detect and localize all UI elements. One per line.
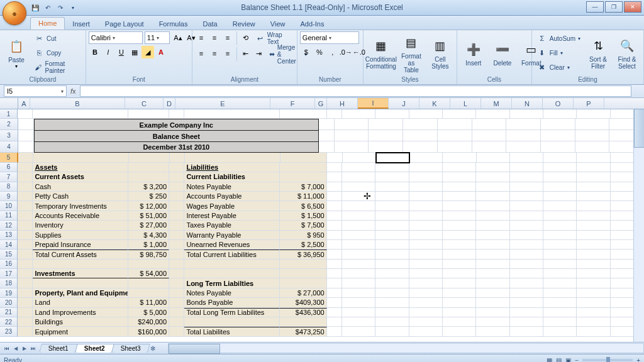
- cell-K15[interactable]: [443, 250, 476, 259]
- cell-A5[interactable]: [18, 153, 33, 162]
- column-header-P[interactable]: P: [574, 98, 604, 109]
- cell-F21[interactable]: $436,300: [280, 308, 327, 317]
- undo-icon[interactable]: ↶: [43, 3, 53, 13]
- cell-M14[interactable]: [510, 240, 543, 250]
- cell-N7[interactable]: [543, 172, 577, 182]
- cell-G5[interactable]: [327, 153, 342, 162]
- inc-decimal-icon[interactable]: .0→: [340, 46, 352, 58]
- cell-O15[interactable]: [577, 250, 610, 259]
- row-header-5[interactable]: 5: [0, 153, 18, 162]
- zoom-in-icon[interactable]: +: [636, 357, 640, 363]
- cell-G22[interactable]: [327, 317, 342, 327]
- cell-A10[interactable]: [18, 201, 33, 211]
- cell-G1[interactable]: [327, 109, 342, 119]
- cell-N12[interactable]: [543, 221, 577, 230]
- cell-H12[interactable]: [342, 221, 375, 230]
- insert-cells-button[interactable]: ➕Insert: [460, 31, 487, 75]
- cell-G13[interactable]: [327, 231, 342, 240]
- tab-nav-next-icon[interactable]: ▶: [20, 344, 29, 353]
- cell-J9[interactable]: [409, 192, 443, 201]
- cell-M12[interactable]: [510, 221, 543, 230]
- cell-I7[interactable]: [375, 172, 409, 182]
- cell-G21[interactable]: [327, 308, 342, 317]
- row-header-11[interactable]: 11: [0, 211, 18, 221]
- row-header-17[interactable]: 17: [0, 269, 18, 278]
- cell-N17[interactable]: [543, 269, 577, 278]
- cell-O4[interactable]: [575, 141, 610, 153]
- cell-J21[interactable]: [409, 308, 443, 317]
- cell-I5[interactable]: [376, 153, 409, 162]
- cell-M22[interactable]: [510, 317, 543, 327]
- cell-I1[interactable]: [375, 109, 409, 119]
- underline-icon[interactable]: U: [115, 46, 128, 58]
- cell-H23[interactable]: [342, 327, 375, 336]
- cell-I6[interactable]: [375, 163, 409, 172]
- cell-J7[interactable]: [409, 172, 443, 182]
- cell-O17[interactable]: [577, 269, 610, 278]
- cell-B15[interactable]: Total Current Assets: [33, 250, 128, 259]
- cell-N8[interactable]: [543, 182, 577, 192]
- cell-M11[interactable]: [510, 211, 543, 221]
- row-header-3[interactable]: 3: [0, 130, 18, 141]
- cell-N21[interactable]: [543, 308, 577, 317]
- cell-I12[interactable]: [375, 221, 409, 230]
- cell-D20[interactable]: [169, 298, 184, 307]
- close-button[interactable]: ✕: [624, 1, 641, 13]
- cell-E1[interactable]: [184, 109, 280, 119]
- maximize-button[interactable]: ❐: [605, 1, 623, 13]
- cell-I13[interactable]: [375, 231, 409, 240]
- cell-K1[interactable]: [443, 109, 476, 119]
- sheet-tab-sheet1[interactable]: Sheet1: [39, 344, 77, 353]
- cell-L10[interactable]: [476, 201, 509, 211]
- row-header-18[interactable]: 18: [0, 278, 18, 288]
- cell-M7[interactable]: [510, 172, 543, 182]
- cell-B19[interactable]: Property, Plant and Equipment: [33, 288, 128, 298]
- cell-O12[interactable]: [577, 221, 610, 230]
- row-header-9[interactable]: 9: [0, 192, 18, 201]
- cell-B22[interactable]: Buildings: [33, 317, 128, 327]
- row-header-22[interactable]: 22: [0, 317, 18, 327]
- cell-K19[interactable]: [443, 288, 476, 298]
- cell-L1[interactable]: [476, 109, 509, 119]
- cell-A1[interactable]: [18, 109, 33, 119]
- cell-H6[interactable]: [342, 163, 375, 172]
- clear-button[interactable]: ✖Clear▾: [535, 60, 583, 74]
- cell-O10[interactable]: [577, 201, 610, 211]
- cell-M13[interactable]: [510, 231, 543, 240]
- column-header-B[interactable]: B: [30, 98, 125, 109]
- cell-K22[interactable]: [443, 317, 476, 327]
- cell-G12[interactable]: [327, 221, 342, 230]
- format-as-table-button[interactable]: ▤Format as Table: [397, 31, 425, 75]
- cell-E12[interactable]: Taxes Payable: [184, 221, 280, 230]
- cell-M20[interactable]: [510, 298, 543, 307]
- cell-M8[interactable]: [510, 182, 543, 192]
- view-normal-icon[interactable]: ▦: [547, 357, 552, 363]
- cell-D9[interactable]: [169, 192, 184, 201]
- cell-F19[interactable]: $ 27,000: [280, 288, 327, 298]
- cell-E15[interactable]: Total Current Liabilities: [184, 250, 280, 259]
- cell-G11[interactable]: [327, 211, 342, 221]
- cell-H13[interactable]: [342, 231, 375, 240]
- cell-J10[interactable]: [409, 201, 443, 211]
- cell-A16[interactable]: [18, 260, 33, 269]
- indent-inc-icon[interactable]: ⇥: [253, 47, 265, 60]
- align-left-icon[interactable]: ≡: [195, 47, 208, 60]
- cut-button[interactable]: ✂Cut: [31, 31, 83, 45]
- cell-A21[interactable]: [18, 308, 33, 317]
- cell-C12[interactable]: $ 27,000: [128, 221, 169, 230]
- row-header-10[interactable]: 10: [0, 201, 18, 211]
- cell-G7[interactable]: [327, 172, 342, 182]
- cell-C22[interactable]: $240,000: [128, 317, 169, 327]
- cell-L12[interactable]: [476, 221, 509, 230]
- view-layout-icon[interactable]: ▤: [556, 357, 562, 363]
- horizontal-scrollbar[interactable]: [168, 343, 644, 353]
- cell-G17[interactable]: [327, 269, 342, 278]
- cell-C8[interactable]: $ 3,200: [128, 182, 169, 192]
- cell-B10[interactable]: Temporary Investments: [33, 201, 128, 211]
- ribbon-tab-formulas[interactable]: Formulas: [152, 18, 196, 30]
- row-header-4[interactable]: 4: [0, 141, 18, 153]
- cell-B21[interactable]: Land Improvements: [33, 308, 128, 317]
- cell-O11[interactable]: [577, 211, 610, 221]
- cell-N14[interactable]: [543, 240, 577, 250]
- cell-A3[interactable]: [18, 130, 34, 141]
